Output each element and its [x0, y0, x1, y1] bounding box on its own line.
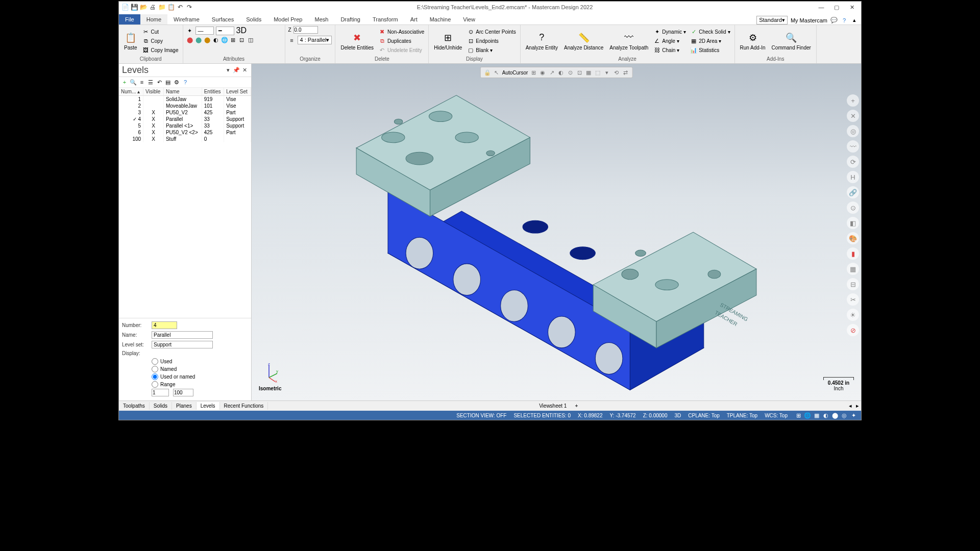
radio-used[interactable] [152, 358, 158, 365]
copy-button[interactable]: ⧉Copy [141, 37, 180, 45]
radio-range[interactable] [152, 381, 158, 388]
viewsheet-tab[interactable]: Viewsheet 1 [536, 402, 570, 410]
dynamic-button[interactable]: ✦Dynamic ▾ [652, 28, 687, 36]
print-icon[interactable]: 🖨 [149, 3, 157, 11]
ft1-icon[interactable]: ⊞ [530, 69, 537, 76]
ft10-icon[interactable]: ⟲ [612, 69, 620, 76]
globe-icon[interactable]: 🌐 [221, 36, 228, 43]
rt-curve-icon[interactable]: 〰 [847, 140, 859, 153]
sb-grid-icon[interactable]: ⊞ [795, 412, 802, 419]
rt-ht-icon[interactable]: H [847, 171, 859, 183]
analyze-entity-button[interactable]: ?Analyze Entity [524, 31, 560, 52]
level-select[interactable]: 4 : Parallel▾ [298, 36, 332, 44]
radio-usedornamed[interactable] [152, 373, 158, 380]
ft2-icon[interactable]: ◉ [539, 69, 546, 76]
rt-sun-icon[interactable]: ☀ [847, 309, 859, 321]
col-ent[interactable]: Entities [202, 88, 224, 96]
copy-qat-icon[interactable]: 📋 [167, 3, 175, 11]
sb-globe-icon[interactable]: 🌐 [804, 412, 811, 419]
rt-rotate-icon[interactable]: ⟳ [847, 156, 859, 168]
nonassoc-button[interactable]: ✖Non-Associative [378, 28, 425, 36]
angle-button[interactable]: ∠Angle ▾ [652, 37, 687, 45]
btab-levels[interactable]: Levels [197, 402, 220, 410]
panel-options-icon[interactable]: ▾ [225, 67, 232, 74]
range-from-input[interactable] [152, 389, 169, 396]
sb-wire-icon[interactable]: ▦ [813, 412, 820, 419]
folder-icon[interactable]: 📁 [158, 3, 166, 11]
color1-icon[interactable]: ⬤ [186, 36, 193, 43]
tab-file[interactable]: File [119, 14, 140, 24]
rt-target-icon[interactable]: ◎ [847, 125, 859, 137]
undelete-button[interactable]: ↶Undelete Entity [378, 46, 425, 54]
color3-icon[interactable]: ⬤ [204, 36, 211, 43]
chat-icon[interactable]: 💬 [830, 17, 838, 24]
col-num[interactable]: Num... ▴ [119, 88, 143, 96]
btab-recent[interactable]: Recent Functions [220, 402, 268, 410]
lock-icon[interactable]: 🔒 [484, 69, 491, 76]
point-style-icon[interactable]: ✦ [186, 27, 193, 34]
vis-off-icon[interactable]: ☰ [147, 79, 154, 86]
3d-toggle[interactable]: 3D [236, 26, 247, 35]
name-input[interactable] [152, 331, 213, 339]
btab-solids[interactable]: Solids [150, 402, 172, 410]
col-vis[interactable]: Visible [143, 88, 164, 96]
color4-icon[interactable]: ◐ [212, 36, 219, 43]
rt-close-icon[interactable]: ✕ [847, 110, 859, 122]
save-icon[interactable]: 💾 [130, 3, 138, 11]
table-row[interactable]: 2MoveableJaw101Vise [119, 103, 251, 109]
status-3d[interactable]: 3D [674, 413, 681, 418]
col-set[interactable]: Level Set [224, 88, 251, 96]
check-solid-button[interactable]: ✓Check Solid ▾ [689, 28, 731, 36]
range-to-input[interactable] [173, 389, 193, 396]
rt-stop-icon[interactable]: ⊘ [847, 324, 859, 336]
attr1-icon[interactable]: ⊞ [230, 36, 237, 43]
2d-area-button[interactable]: ▦2D Area ▾ [689, 37, 731, 45]
btab-toolpaths[interactable]: Toolpaths [119, 402, 150, 410]
statistics-button[interactable]: 📊Statistics [689, 46, 731, 54]
mode-select[interactable]: Standard▾ [756, 16, 788, 24]
blank-button[interactable]: ▢Blank ▾ [466, 46, 517, 54]
linestyle-select[interactable]: — [195, 27, 214, 35]
analyze-toolpath-button[interactable]: 〰Analyze Toolpath [607, 31, 650, 52]
table-row[interactable]: ✓ 4XParallel33Support [119, 116, 251, 122]
rt-point-icon[interactable]: ⊙ [847, 202, 859, 214]
rt-link-icon[interactable]: 🔗 [847, 186, 859, 198]
tab-wireframe[interactable]: Wireframe [167, 14, 206, 24]
endpoints-button[interactable]: ⊡Endpoints [466, 37, 517, 45]
viewsheet-add[interactable]: + [572, 402, 581, 410]
status-tplane[interactable]: TPLANE: Top [727, 413, 757, 418]
rt-grid-icon[interactable]: ▦ [847, 263, 859, 275]
tab-transform[interactable]: Transform [366, 14, 404, 24]
rt-bar-icon[interactable]: ⊟ [847, 278, 859, 290]
viewport[interactable]: 🔒 ↖ AutoCursor ⊞ ◉ ↗ ◐ ⊙ ⊡ ▦ ⬚ ▾ ⟲ ⇄ [252, 64, 861, 400]
table-row[interactable]: 6XPU50_V2 <2>425Part [119, 129, 251, 136]
reset-icon[interactable]: ↶ [156, 79, 163, 86]
level-icon[interactable]: ≡ [288, 37, 296, 44]
add-level-icon[interactable]: + [121, 79, 128, 86]
ft3-icon[interactable]: ↗ [548, 69, 555, 76]
tab-surfaces[interactable]: Surfaces [206, 14, 240, 24]
panel-help-icon[interactable]: ? [182, 79, 189, 86]
attr3-icon[interactable]: ◫ [247, 36, 254, 43]
tab-solids[interactable]: Solids [240, 14, 267, 24]
levelset-input[interactable] [152, 341, 213, 348]
color2-icon[interactable]: ⬤ [195, 36, 202, 43]
attr2-icon[interactable]: ⊡ [238, 36, 246, 43]
lineweight-select[interactable]: ━ [216, 27, 234, 35]
sb-shade-icon[interactable]: ◐ [822, 412, 829, 419]
table-row[interactable]: 100XStuff0 [119, 136, 251, 142]
tab-drafting[interactable]: Drafting [334, 14, 366, 24]
redo-icon[interactable]: ↷ [185, 3, 193, 11]
list-icon[interactable]: ▤ [164, 79, 172, 86]
z-input[interactable] [293, 26, 318, 34]
command-finder-button[interactable]: 🔍Command Finder [770, 31, 813, 52]
minimize-button[interactable]: — [814, 3, 828, 12]
copyimage-button[interactable]: 🖼Copy Image [141, 46, 180, 54]
scroll-right-icon[interactable]: ▸ [854, 403, 861, 410]
col-name[interactable]: Name [163, 88, 202, 96]
delete-entities-button[interactable]: ✖ Delete Entities [338, 31, 375, 52]
rt-trim-icon[interactable]: ✂ [847, 293, 859, 306]
rt-flag-icon[interactable]: ▮ [847, 247, 859, 260]
panel-pin-icon[interactable]: 📌 [233, 67, 240, 74]
ft6-icon[interactable]: ⊡ [576, 69, 583, 76]
